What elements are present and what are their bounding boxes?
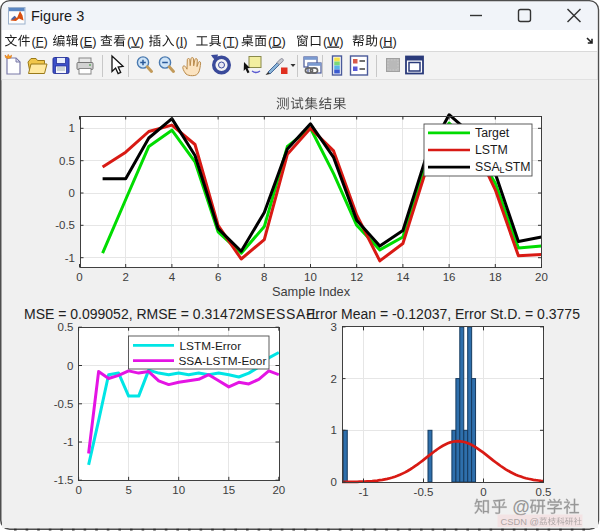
svg-text:(T): (T) — [222, 34, 238, 49]
svg-text:1: 1 — [331, 424, 337, 436]
svg-text:0: 0 — [480, 486, 486, 498]
svg-text:-0.5: -0.5 — [414, 486, 434, 498]
svg-text:-1: -1 — [65, 252, 75, 264]
svg-text:1: 1 — [69, 122, 75, 134]
svg-text:10: 10 — [304, 271, 317, 283]
svg-text:0.5: 0.5 — [59, 155, 75, 167]
svg-text:6: 6 — [215, 271, 221, 283]
svg-text:SSA-LSTM-Eoor: SSA-LSTM-Eoor — [179, 354, 267, 368]
svg-text:LSTM: LSTM — [475, 143, 508, 157]
svg-text:Target: Target — [475, 126, 510, 140]
svg-text:8: 8 — [261, 271, 267, 283]
svg-text:MSE = 0.099052, RMSE = 0.31472: MSE = 0.099052, RMSE = 0.31472MSESSA-L — [24, 306, 320, 322]
svg-text:@: @ — [513, 497, 530, 517]
svg-text:0: 0 — [331, 476, 337, 488]
svg-text:-1: -1 — [63, 436, 73, 448]
svg-text:16: 16 — [443, 271, 456, 283]
svg-text:5: 5 — [125, 484, 131, 496]
svg-text:0: 0 — [76, 271, 82, 283]
svg-text:-1: -1 — [358, 486, 368, 498]
svg-text:0.5: 0.5 — [536, 486, 552, 498]
svg-text:2: 2 — [122, 271, 128, 283]
svg-text:0: 0 — [75, 484, 81, 496]
svg-text:-0.5: -0.5 — [54, 398, 74, 410]
svg-text:(D): (D) — [268, 34, 286, 49]
svg-text:-1.5: -1.5 — [54, 474, 74, 486]
svg-text:(W): (W) — [323, 34, 344, 49]
svg-text:(V): (V) — [127, 34, 144, 49]
svg-text:0: 0 — [69, 187, 75, 199]
svg-text:18: 18 — [489, 271, 502, 283]
svg-text:(F): (F) — [31, 34, 47, 49]
svg-text:4: 4 — [169, 271, 176, 283]
svg-text:(I): (I) — [175, 34, 187, 49]
svg-text:-0.5: -0.5 — [55, 219, 75, 231]
svg-text:LSTM-Error: LSTM-Error — [180, 339, 242, 353]
svg-text:15: 15 — [222, 484, 235, 496]
svg-text:10: 10 — [172, 484, 185, 496]
svg-text:14: 14 — [397, 271, 410, 283]
svg-text:CSDN @: CSDN @ — [501, 517, 539, 527]
svg-text:(E): (E) — [79, 34, 96, 49]
svg-text:12: 12 — [350, 271, 363, 283]
svg-text:Error Mean = -0.12037, Error S: Error Mean = -0.12037, Error St.D. = 0.3… — [306, 306, 580, 322]
svg-text:0.5: 0.5 — [58, 321, 74, 333]
svg-text:Sample Index: Sample Index — [272, 284, 351, 299]
svg-text:20: 20 — [272, 484, 285, 496]
svg-text:0: 0 — [67, 360, 73, 372]
svg-text:(H): (H) — [379, 34, 397, 49]
svg-text:Figure 3: Figure 3 — [31, 8, 84, 24]
svg-text:2: 2 — [331, 373, 337, 385]
svg-text:3: 3 — [331, 321, 337, 333]
svg-text:20: 20 — [535, 271, 548, 283]
